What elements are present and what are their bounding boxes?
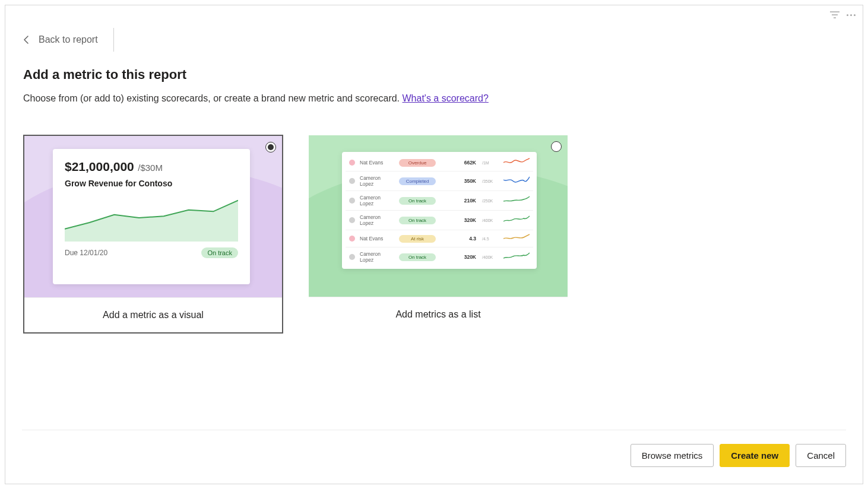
metric-value: 320K <box>451 217 476 223</box>
owner-name: Cameron Lopez <box>360 214 394 226</box>
option-visual-caption: Add a metric as a visual <box>24 297 282 332</box>
owner-name: Nat Evans <box>360 160 394 166</box>
status-badge: On track <box>399 217 436 224</box>
status-badge: Completed <box>399 177 436 185</box>
metric-target: /4.5 <box>482 237 495 241</box>
avatar <box>349 178 355 184</box>
list-card: Nat EvansOverdue662K/1MCameron LopezComp… <box>342 152 537 269</box>
back-to-report-link[interactable]: Back to report <box>23 34 98 45</box>
sparkline <box>503 176 530 186</box>
visual-card: $21,000,000 /$30M Grow Revenue for Conto… <box>53 149 250 284</box>
chevron-left-icon <box>23 36 29 44</box>
metric-value: 210K <box>451 198 476 204</box>
sparkline <box>503 252 530 262</box>
metric-title: Grow Revenue for Contoso <box>65 179 238 188</box>
avatar <box>349 236 355 242</box>
metric-target: /350K <box>482 179 495 183</box>
cancel-button[interactable]: Cancel <box>796 444 846 467</box>
list-item: Cameron LopezOn track210K/250K <box>346 191 533 211</box>
sparkline <box>503 196 530 205</box>
avatar <box>349 160 355 166</box>
sparkline <box>503 234 530 243</box>
preview-list: Nat EvansOverdue662K/1MCameron LopezComp… <box>309 135 568 297</box>
list-item: Nat EvansAt risk4.3/4.5 <box>346 230 533 247</box>
metric-target: /$30M <box>138 163 163 173</box>
status-badge: On track <box>399 197 436 205</box>
metric-value: $21,000,000 <box>65 160 134 173</box>
metric-value: 350K <box>451 178 476 184</box>
radio-list[interactable] <box>551 141 562 152</box>
status-badge: On track <box>201 247 238 258</box>
option-list-caption: Add metrics as a list <box>309 297 568 332</box>
metric-target: /1M <box>482 161 495 165</box>
toolbar-icons <box>830 11 856 18</box>
owner-name: Nat Evans <box>360 236 394 242</box>
owner-name: Cameron Lopez <box>360 175 394 187</box>
status-badge: At risk <box>399 235 436 243</box>
metric-value: 320K <box>451 254 476 260</box>
list-item: Cameron LopezOn track320K/400K <box>346 211 533 230</box>
separator <box>113 28 114 52</box>
list-item: Nat EvansOverdue662K/1M <box>346 154 533 172</box>
metric-target: /250K <box>482 199 495 203</box>
filter-icon[interactable] <box>830 11 840 18</box>
sparkline <box>503 158 530 167</box>
footer-divider <box>22 430 846 430</box>
owner-name: Cameron Lopez <box>360 195 394 207</box>
option-add-as-list[interactable]: Nat EvansOverdue662K/1MCameron LopezComp… <box>308 135 568 334</box>
status-badge: On track <box>399 253 436 261</box>
owner-name: Cameron Lopez <box>360 251 394 263</box>
create-new-button[interactable]: Create new <box>720 444 790 467</box>
browse-metrics-button[interactable]: Browse metrics <box>631 444 714 467</box>
page-subtitle: Choose from (or add to) existing scoreca… <box>23 93 489 104</box>
radio-visual[interactable] <box>265 142 276 153</box>
metric-trend-chart <box>65 194 238 242</box>
metric-due: Due 12/01/20 <box>65 249 107 257</box>
list-item: Cameron LopezOn track320K/400K <box>346 247 533 266</box>
option-add-as-visual[interactable]: $21,000,000 /$30M Grow Revenue for Conto… <box>23 135 283 334</box>
metric-value: 662K <box>451 160 476 166</box>
page-title: Add a metric to this report <box>23 67 186 82</box>
sparkline <box>503 215 530 225</box>
avatar <box>349 198 355 204</box>
metric-target: /400K <box>482 255 495 259</box>
list-item: Cameron LopezCompleted350K/350K <box>346 172 533 191</box>
subtitle-text: Choose from (or add to) existing scoreca… <box>23 93 403 103</box>
metric-target: /400K <box>482 218 495 223</box>
avatar <box>349 254 355 260</box>
metric-value: 4.3 <box>451 236 476 242</box>
scorecard-help-link[interactable]: What's a scorecard? <box>403 93 489 103</box>
status-badge: Overdue <box>399 159 436 167</box>
dialog-panel: Back to report Add a metric to this repo… <box>5 5 863 484</box>
preview-visual: $21,000,000 /$30M Grow Revenue for Conto… <box>24 136 282 297</box>
avatar <box>349 217 355 223</box>
back-label: Back to report <box>39 34 98 45</box>
more-icon[interactable] <box>847 14 856 16</box>
